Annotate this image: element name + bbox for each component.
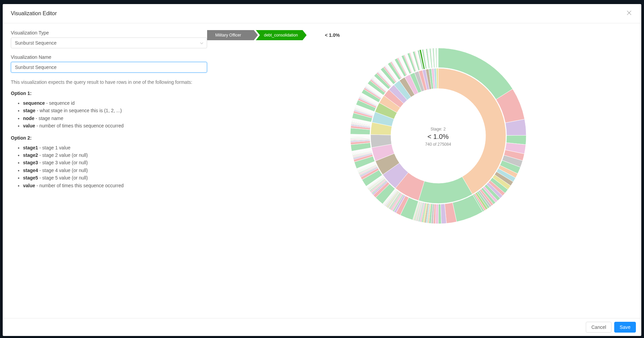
preview-panel: Military Officerdebt_consolidation< 1.0%… xyxy=(207,30,633,318)
modal-footer: Cancel Save xyxy=(3,318,641,336)
close-icon xyxy=(627,10,631,17)
option1-list: sequence - sequence idstage - what stage… xyxy=(11,99,207,130)
viz-name-input[interactable] xyxy=(11,62,207,73)
help-text: This visualization expects the query res… xyxy=(11,79,207,86)
format-column: stage - what stage in sequence this is (… xyxy=(23,107,207,114)
trail-crumb: Military Officer xyxy=(207,30,258,40)
trail-percent: < 1.0% xyxy=(325,32,340,38)
format-column: value - number of times this sequence oc… xyxy=(23,182,207,189)
format-column: stage2 - stage 2 value (or null) xyxy=(23,151,207,159)
format-column: stage5 - stage 5 value (or null) xyxy=(23,174,207,182)
sunburst-center-label: Stage: 2 < 1.0% 740 of 275084 xyxy=(425,126,451,146)
viz-type-value: Sunburst Sequence xyxy=(15,40,57,46)
modal-title: Visualization Editor xyxy=(11,10,57,17)
format-column: node - stage name xyxy=(23,115,207,122)
format-column: stage3 - stage 3 value (or null) xyxy=(23,159,207,166)
trail-crumb: debt_consolidation xyxy=(256,30,307,40)
close-button[interactable] xyxy=(625,9,633,18)
sequence-trail: Military Officerdebt_consolidation< 1.0% xyxy=(207,30,340,40)
modal-header: Visualization Editor xyxy=(3,4,641,23)
option2-heading: Option 2: xyxy=(11,135,207,141)
center-stage: Stage: 2 xyxy=(425,126,451,131)
format-column: stage4 - stage 4 value (or null) xyxy=(23,167,207,174)
option2-list: stage1 - stage 1 valuestage2 - stage 2 v… xyxy=(11,144,207,189)
config-panel: Visualization Type Sunburst Sequence Vis… xyxy=(11,30,207,318)
viz-type-select[interactable]: Sunburst Sequence xyxy=(11,38,207,48)
viz-name-label: Visualization Name xyxy=(11,54,207,60)
cancel-button[interactable]: Cancel xyxy=(586,322,612,333)
sunburst-chart[interactable]: Stage: 2 < 1.0% 740 of 275084 xyxy=(349,46,528,226)
chevron-down-icon xyxy=(200,41,203,45)
save-button[interactable]: Save xyxy=(614,322,636,333)
visualization-editor-modal: Visualization Editor Visualization Type … xyxy=(3,4,641,336)
format-column: stage1 - stage 1 value xyxy=(23,144,207,151)
modal-body: Visualization Type Sunburst Sequence Vis… xyxy=(3,23,641,318)
option1-heading: Option 1: xyxy=(11,91,207,96)
center-counts: 740 of 275084 xyxy=(425,142,451,146)
format-column: sequence - sequence id xyxy=(23,99,207,107)
viz-type-label: Visualization Type xyxy=(11,30,207,35)
center-percent: < 1.0% xyxy=(425,132,451,140)
format-column: value - number of times this sequence oc… xyxy=(23,122,207,129)
